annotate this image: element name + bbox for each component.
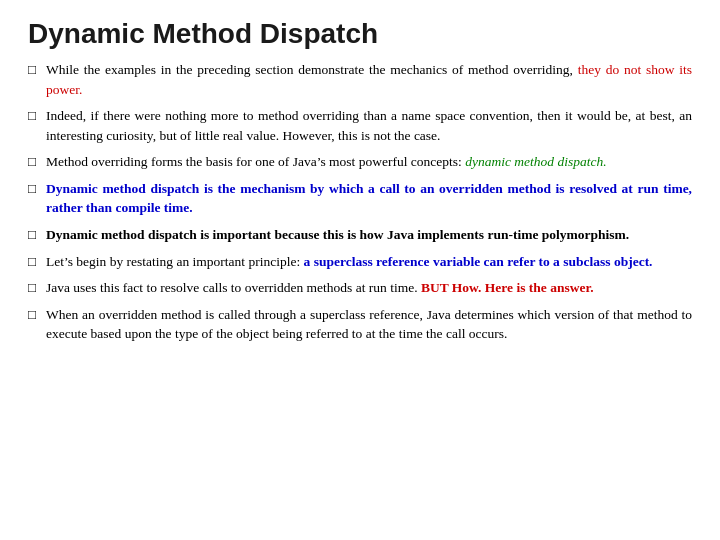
- bullet-marker-1: □: [28, 60, 46, 80]
- bullet-marker-8: □: [28, 305, 46, 325]
- bullet-marker-2: □: [28, 106, 46, 126]
- bullet-text-3: Method overriding forms the basis for on…: [46, 152, 692, 172]
- bullet-item-1: □ While the examples in the preceding se…: [28, 60, 692, 99]
- bullet-text-6: Let’s begin by restating an important pr…: [46, 252, 692, 272]
- bullet-item-2: □ Indeed, if there were nothing more to …: [28, 106, 692, 145]
- bullet-text-8: When an overridden method is called thro…: [46, 305, 692, 344]
- bullet-text-1: While the examples in the preceding sect…: [46, 60, 692, 99]
- page: Dynamic Method Dispatch □ While the exam…: [0, 0, 720, 540]
- bullet-item-3: □ Method overriding forms the basis for …: [28, 152, 692, 172]
- bullet-item-8: □ When an overridden method is called th…: [28, 305, 692, 344]
- bullet-marker-5: □: [28, 225, 46, 245]
- bullet-text-4: Dynamic method dispatch is the mechanism…: [46, 179, 692, 218]
- bullet-marker-6: □: [28, 252, 46, 272]
- bullet-item-6: □ Let’s begin by restating an important …: [28, 252, 692, 272]
- bullet-item-4: □ Dynamic method dispatch is the mechani…: [28, 179, 692, 218]
- bullet-item-7: □ Java uses this fact to resolve calls t…: [28, 278, 692, 298]
- bullet-list: □ While the examples in the preceding se…: [28, 60, 692, 344]
- bullet-marker-4: □: [28, 179, 46, 199]
- bullet-text-2: Indeed, if there were nothing more to me…: [46, 106, 692, 145]
- bullet-text-5: Dynamic method dispatch is important bec…: [46, 225, 692, 245]
- bullet-marker-7: □: [28, 278, 46, 298]
- page-title: Dynamic Method Dispatch: [28, 18, 692, 50]
- bullet-marker-3: □: [28, 152, 46, 172]
- bullet-item-5: □ Dynamic method dispatch is important b…: [28, 225, 692, 245]
- bullet-text-7: Java uses this fact to resolve calls to …: [46, 278, 692, 298]
